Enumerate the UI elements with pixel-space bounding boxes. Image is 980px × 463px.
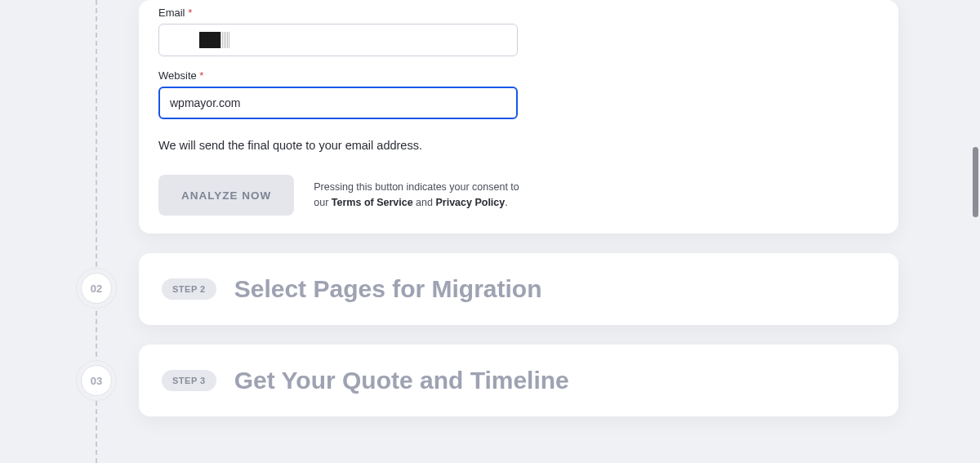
cursor-artifact [199, 32, 220, 48]
email-field-group: Email * [158, 7, 879, 56]
step-number-02: 02 [91, 283, 102, 295]
email-label: Email * [158, 7, 879, 19]
step-2-title: Select Pages for Migration [234, 275, 542, 303]
step-circle-02: 02 [81, 273, 112, 304]
consent-text: Pressing this button indicates your cons… [314, 180, 526, 211]
info-text: We will send the final quote to your ema… [158, 139, 879, 152]
consent-and: and [413, 197, 436, 208]
website-input[interactable] [158, 87, 518, 119]
step-2-card[interactable]: STEP 2 Select Pages for Migration [139, 253, 898, 325]
terms-link[interactable]: Terms of Service [332, 197, 413, 208]
email-label-text: Email [158, 7, 185, 19]
privacy-link[interactable]: Privacy Policy [435, 197, 505, 208]
required-star: * [199, 69, 203, 82]
website-label: Website * [158, 69, 879, 82]
step-2-pill: STEP 2 [162, 278, 216, 300]
step-3-card[interactable]: STEP 3 Get Your Quote and Timeline [139, 345, 898, 416]
cursor-artifact-stripe [220, 32, 230, 48]
action-row: ANALYZE NOW Pressing this button indicat… [158, 175, 879, 216]
email-input-wrapper [158, 24, 518, 56]
step-circle-03: 03 [81, 365, 112, 396]
step-3-title: Get Your Quote and Timeline [234, 367, 569, 394]
step-3-pill: STEP 3 [162, 370, 216, 391]
website-field-group: Website * [158, 69, 879, 119]
website-label-text: Website [158, 69, 197, 82]
analyze-button[interactable]: ANALYZE NOW [158, 175, 294, 216]
consent-suffix: . [505, 197, 507, 208]
step-number-03: 03 [91, 375, 102, 387]
scrollbar-thumb[interactable] [973, 147, 978, 217]
required-star: * [188, 7, 192, 19]
step-1-card: Email * Website * We will send the final… [139, 0, 898, 234]
